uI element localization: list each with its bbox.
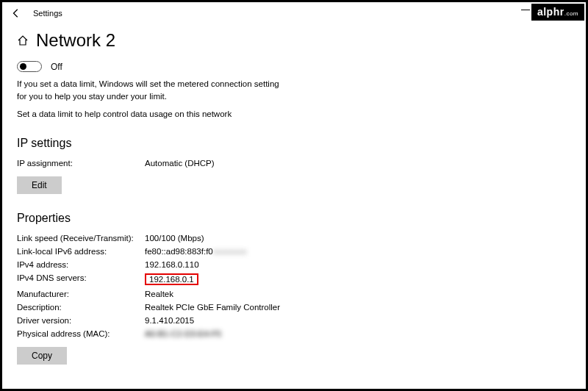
metered-toggle[interactable]	[17, 61, 42, 72]
redacted-text: xxxxxxxx	[213, 247, 247, 256]
table-row: Link-local IPv6 address: fe80::ad98:883f…	[17, 247, 571, 256]
data-limit-link[interactable]: Set a data limit to help control data us…	[17, 110, 232, 118]
table-row: Description: Realtek PCIe GbE Family Con…	[17, 303, 571, 312]
properties-section: Properties Link speed (Receive/Transmit)…	[17, 212, 571, 365]
metered-toggle-label: Off	[51, 62, 62, 72]
page-title: Network 2	[36, 30, 115, 51]
home-icon[interactable]	[17, 35, 29, 46]
title-bar: Settings	[2, 2, 586, 21]
table-row: Physical address (MAC): A0-B1-C2-D3-E4-F…	[17, 329, 571, 338]
dns-highlight: 192.168.0.1	[145, 273, 198, 285]
ip-settings-heading: IP settings	[17, 137, 571, 150]
properties-heading: Properties	[17, 212, 571, 225]
watermark-brand: alphr	[537, 6, 564, 18]
ip-assignment-value: Automatic (DHCP)	[145, 159, 215, 168]
watermark-suffix: .com	[564, 10, 578, 17]
copy-button[interactable]: Copy	[17, 347, 67, 365]
metered-description: If you set a data limit, Windows will se…	[17, 78, 370, 102]
app-title: Settings	[33, 9, 62, 18]
table-row: IPv4 DNS servers: 192.168.0.1	[17, 273, 571, 285]
ip-settings-section: IP settings IP assignment: Automatic (DH…	[17, 137, 571, 194]
table-row: Link speed (Receive/Transmit): 100/100 (…	[17, 234, 571, 243]
table-row: Manufacturer: Realtek	[17, 290, 571, 298]
edit-button[interactable]: Edit	[17, 176, 62, 194]
minimize-button[interactable]	[521, 10, 530, 10]
site-watermark: alphr.com	[531, 4, 584, 21]
back-icon[interactable]	[11, 8, 21, 18]
redacted-text: A0-B1-C2-D3-E4-F5	[145, 329, 221, 338]
table-row: IPv4 address: 192.168.0.110	[17, 260, 571, 269]
table-row: Driver version: 9.1.410.2015	[17, 316, 571, 325]
ip-assignment-label: IP assignment:	[17, 159, 145, 168]
